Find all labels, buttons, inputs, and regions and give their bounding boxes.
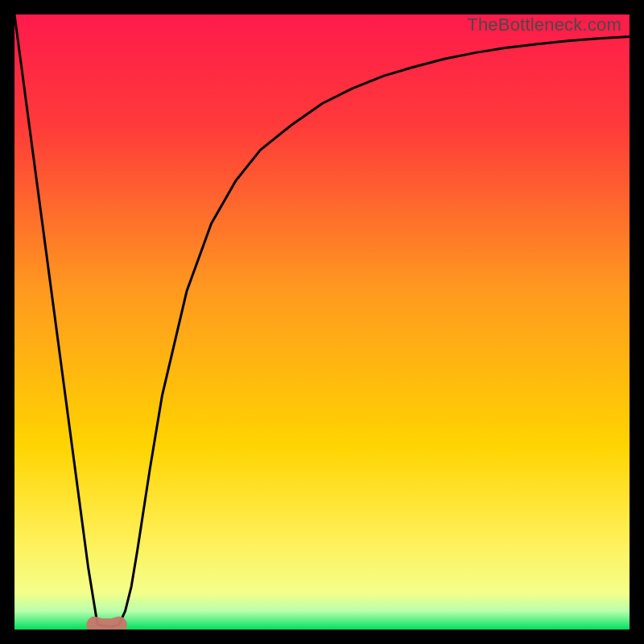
plot-area: TheBottleneck.com [14, 14, 630, 630]
chart-container: TheBottleneck.com [0, 0, 644, 644]
curve-layer [14, 14, 630, 630]
watermark-text: TheBottleneck.com [467, 14, 621, 35]
dip-marker [94, 625, 119, 626]
bottleneck-curve [14, 14, 630, 626]
